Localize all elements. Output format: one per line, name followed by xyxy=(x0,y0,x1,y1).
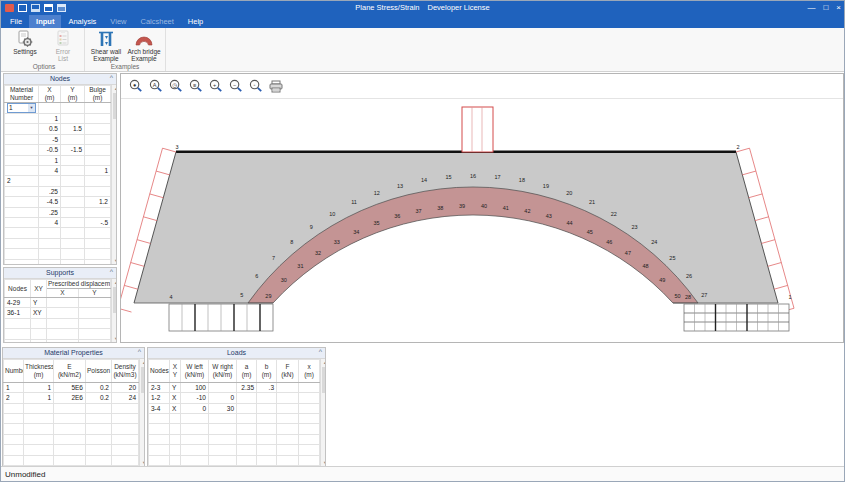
nodes-cell-material[interactable] xyxy=(5,145,39,155)
nodes-cell-bulge[interactable] xyxy=(85,155,111,165)
nodes-cell-bulge[interactable] xyxy=(85,103,111,114)
loads-cell[interactable] xyxy=(299,445,320,455)
save-file-icon[interactable] xyxy=(44,4,53,12)
nodes-cell-material[interactable] xyxy=(5,207,39,217)
supports-cell-xy[interactable]: XY xyxy=(31,308,47,318)
nodes-cell-bulge[interactable]: -.5 xyxy=(85,218,111,228)
materials-cell[interactable] xyxy=(24,455,54,465)
materials-cell[interactable] xyxy=(24,445,54,455)
supports-cell-nodes[interactable] xyxy=(5,339,31,342)
zoom-in-icon[interactable]: + xyxy=(208,79,223,94)
nodes-cell-material[interactable] xyxy=(5,114,39,124)
nodes-cell-y[interactable]: 1.5 xyxy=(61,124,85,134)
loads-cell[interactable] xyxy=(209,434,237,444)
loads-cell[interactable] xyxy=(257,434,277,444)
loads-cell[interactable] xyxy=(257,403,277,413)
nodes-cell-y[interactable] xyxy=(61,249,85,259)
loads-cell[interactable] xyxy=(149,414,170,424)
supports-cell-y[interactable] xyxy=(79,298,111,308)
nodes-cell-bulge[interactable] xyxy=(85,259,111,264)
loads-cell[interactable] xyxy=(257,445,277,455)
nodes-cell-material[interactable] xyxy=(5,259,39,264)
supports-cell-nodes[interactable] xyxy=(5,329,31,339)
materials-cell[interactable]: 2E6 xyxy=(54,393,86,403)
nodes-cell-material[interactable] xyxy=(5,124,39,134)
loads-cell[interactable]: 2.35 xyxy=(237,382,257,392)
loads-cell[interactable] xyxy=(170,445,181,455)
loads-cell[interactable] xyxy=(181,414,209,424)
nodes-cell-material[interactable] xyxy=(5,186,39,196)
materials-cell[interactable] xyxy=(24,414,54,424)
loads-cell[interactable] xyxy=(277,434,299,444)
nodes-cell-material[interactable] xyxy=(5,197,39,207)
supports-cell-x[interactable] xyxy=(47,318,79,328)
open-file-icon[interactable] xyxy=(31,4,40,12)
loads-cell[interactable] xyxy=(181,424,209,434)
scroll-down-icon[interactable]: ▼ xyxy=(114,257,116,264)
scroll-down-icon[interactable]: ▼ xyxy=(142,459,144,466)
loads-cell[interactable] xyxy=(299,382,320,392)
loads-cell[interactable] xyxy=(209,414,237,424)
nodes-cell-material[interactable] xyxy=(5,134,39,144)
loads-cell[interactable] xyxy=(237,434,257,444)
close-icon[interactable]: × xyxy=(836,1,841,15)
nodes-cell-y[interactable] xyxy=(61,176,85,186)
supports-cell-y[interactable] xyxy=(79,318,111,328)
scroll-up-icon[interactable]: ▲ xyxy=(142,359,144,366)
materials-cell[interactable] xyxy=(112,434,139,444)
nodes-cell-bulge[interactable] xyxy=(85,249,111,259)
loads-cell[interactable]: .3 xyxy=(257,382,277,392)
nodes-cell-y[interactable] xyxy=(61,218,85,228)
nodes-cell-bulge[interactable]: 1 xyxy=(85,166,111,176)
nodes-cell-y[interactable] xyxy=(61,207,85,217)
supports-cell-x[interactable] xyxy=(47,308,79,318)
loads-cell[interactable]: 3-4 xyxy=(149,403,170,413)
loads-cell[interactable]: X xyxy=(170,393,181,403)
loads-cell[interactable] xyxy=(237,393,257,403)
loads-cell[interactable] xyxy=(277,414,299,424)
supports-scrollbar[interactable]: ▲ ▼ xyxy=(111,279,116,342)
nodes-cell-x[interactable]: 1 xyxy=(39,114,61,124)
materials-cell[interactable] xyxy=(112,414,139,424)
materials-cell[interactable] xyxy=(54,434,86,444)
zoom-out-icon[interactable]: − xyxy=(228,79,243,94)
app-logo-icon[interactable] xyxy=(5,4,14,12)
scroll-up-icon[interactable]: ▲ xyxy=(114,279,116,286)
loads-cell[interactable] xyxy=(170,414,181,424)
supports-cell-y[interactable] xyxy=(79,329,111,339)
scroll-down-icon[interactable]: ▼ xyxy=(323,459,325,466)
loads-cell[interactable] xyxy=(181,434,209,444)
loads-cell[interactable] xyxy=(209,382,237,392)
nodes-scrollbar[interactable]: ▲ ▼ xyxy=(111,85,116,264)
materials-cell[interactable] xyxy=(4,434,24,444)
shear-wall-example-button[interactable]: Shear wallExample xyxy=(89,29,123,62)
nodes-cell-material[interactable]: 1▼ xyxy=(5,103,39,114)
nodes-cell-material[interactable] xyxy=(5,228,39,238)
supports-cell-nodes[interactable]: 4-29 xyxy=(5,298,31,308)
chevron-down-icon[interactable]: ▼ xyxy=(28,104,35,112)
loads-cell[interactable]: 0 xyxy=(181,403,209,413)
nodes-cell-y[interactable] xyxy=(61,228,85,238)
nodes-cell-bulge[interactable] xyxy=(85,238,111,248)
scroll-thumb[interactable] xyxy=(113,93,116,119)
collapse-chevron-icon[interactable]: ^ xyxy=(138,347,141,357)
loads-cell[interactable] xyxy=(299,455,320,465)
loads-cell[interactable] xyxy=(257,393,277,403)
loads-cell[interactable] xyxy=(209,445,237,455)
loads-cell[interactable] xyxy=(170,455,181,465)
materials-cell[interactable] xyxy=(54,424,86,434)
materials-cell[interactable] xyxy=(24,424,54,434)
loads-cell[interactable] xyxy=(237,424,257,434)
loads-cell[interactable] xyxy=(181,455,209,465)
loads-cell[interactable] xyxy=(209,424,237,434)
materials-cell[interactable]: 20 xyxy=(112,382,139,392)
menu-item-analysis[interactable]: Analysis xyxy=(61,15,103,28)
loads-cell[interactable] xyxy=(277,424,299,434)
scroll-thumb[interactable] xyxy=(113,287,116,313)
scroll-up-icon[interactable]: ▲ xyxy=(323,359,325,366)
nodes-cell-material[interactable] xyxy=(5,249,39,259)
collapse-chevron-icon[interactable]: ^ xyxy=(110,73,113,83)
loads-cell[interactable]: 0 xyxy=(209,393,237,403)
zoom-extents-icon[interactable]: ≡ xyxy=(188,79,203,94)
nodes-cell-x[interactable]: .25 xyxy=(39,207,61,217)
